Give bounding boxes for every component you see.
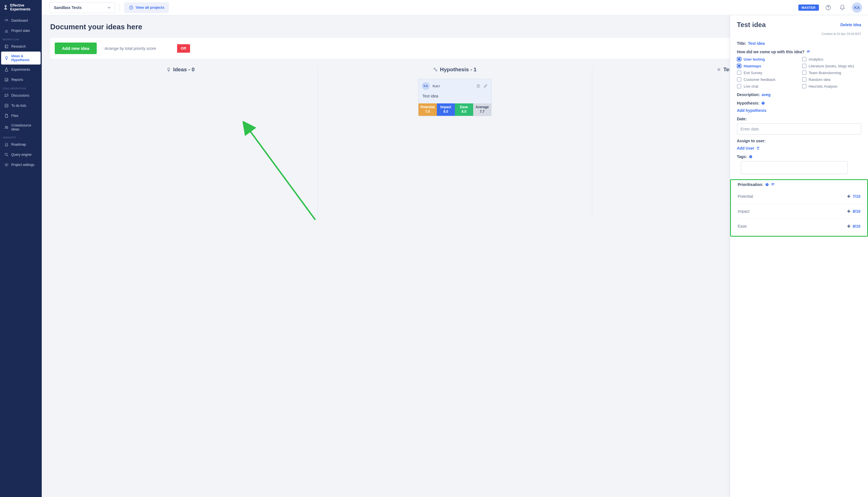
nav-section-label: COLLABORATION (0, 85, 42, 90)
assign-label: Assign to user: (737, 139, 766, 143)
tags-input[interactable] (741, 161, 848, 174)
origin-label: How did we come up with this idea? (737, 49, 804, 54)
arrange-toggle[interactable]: Off (164, 44, 190, 53)
sidebar-item-settings[interactable]: Project settings (1, 160, 41, 170)
prio-value[interactable]: ✚8/10 (847, 224, 860, 228)
checkbox-label: Exit Survey (744, 71, 762, 75)
card-avatar: KA (422, 82, 430, 90)
prio-value[interactable]: ✚7/10 (847, 194, 860, 199)
view-all-projects-label: View all projects (136, 5, 164, 10)
column-divider (592, 67, 592, 219)
origin-checkbox[interactable]: Random idea (802, 77, 862, 82)
sidebar-item-files[interactable]: Files (1, 111, 41, 121)
idea-card[interactable]: KAKeriTest ideaPotential7.0Impact8.0Ease… (418, 79, 492, 116)
sidebar-item-ideas-hypothesis[interactable]: Ideas & Hypothesis (1, 52, 41, 65)
sidebar-item-query[interactable]: Query engine (1, 150, 41, 160)
refresh-icon[interactable] (771, 183, 775, 186)
add-user-link[interactable]: Add User (737, 146, 760, 151)
idea-detail-panel: Test idea Delete Idea Created at 01 Apr … (730, 15, 868, 497)
user-avatar[interactable]: KA (852, 2, 862, 13)
score-average: Average7.7 (473, 103, 492, 116)
column-title: Ideas - 0 (173, 67, 195, 73)
checkbox-label: Live chat (744, 84, 758, 88)
sidebar-item-label: To do lists (11, 104, 26, 108)
sidebar: Effective Experiments DashboardProject s… (0, 0, 42, 497)
created-at: Created at 01 Apr 20:44 BST (730, 32, 868, 37)
sidebar-item-crowdsource[interactable]: Crowdsource ideas (1, 121, 41, 134)
description-value[interactable]: aveg (762, 93, 771, 97)
delete-idea-link[interactable]: Delete Idea (840, 23, 861, 27)
sidebar-item-label: Files (11, 114, 18, 118)
chart-icon (4, 28, 9, 33)
help-icon[interactable]: ? (765, 183, 769, 186)
gear-icon (4, 162, 9, 167)
sidebar-item-experiments[interactable]: Experiments (1, 65, 41, 75)
checkbox-label: Analytics (809, 57, 824, 61)
checkbox-label: User testing (744, 57, 765, 61)
card-scores: Potential7.0Impact8.0Ease8.0Average7.7 (418, 103, 491, 116)
date-input[interactable] (737, 124, 861, 135)
checkbox-label: Customer feedback (744, 77, 775, 82)
origin-checkbox[interactable]: Live chat (737, 84, 796, 88)
svg-rect-3 (5, 104, 8, 107)
board-column-ideas: Ideas - 0 (50, 67, 311, 219)
sidebar-item-label: Project stats (11, 29, 30, 33)
prioritisation-row: Potential✚7/10 (731, 189, 867, 204)
prio-name: Ease (738, 224, 747, 228)
help-icon[interactable] (824, 3, 833, 12)
help-icon[interactable]: ? (749, 155, 753, 159)
prio-name: Impact (738, 209, 749, 214)
sidebar-item-discussions[interactable]: Discussions (1, 90, 41, 101)
brand-icon (3, 4, 9, 10)
view-all-projects-button[interactable]: View all projects (124, 2, 169, 13)
origin-checkbox[interactable]: Team Brainstorming (802, 70, 862, 75)
sidebar-item-project-stats[interactable]: Project stats (1, 26, 41, 36)
checkbox-label: Team Brainstorming (809, 71, 841, 75)
checkbox-label: Random idea (809, 77, 830, 82)
help-icon[interactable]: ? (761, 101, 765, 105)
svg-point-7 (6, 164, 7, 166)
lock-icon[interactable] (476, 84, 481, 88)
project-select[interactable]: Sandbox Tests (50, 2, 115, 13)
nav-section-label: WORKFLOW (0, 36, 42, 41)
title-value[interactable]: Test idea (748, 41, 765, 46)
sidebar-item-roadmap[interactable]: Roadmap (1, 140, 41, 150)
origin-checkbox[interactable]: User testing (737, 57, 796, 61)
origin-checkbox[interactable]: Exit Survey (737, 70, 796, 75)
plus-icon: ✚ (847, 209, 851, 214)
description-label: Description: (737, 93, 760, 97)
origin-checkbox[interactable]: Analytics (802, 57, 862, 61)
hypothesis-label: Hypothesis: (737, 101, 759, 105)
project-select-value: Sandbox Tests (54, 5, 82, 10)
score-impact: Impact8.0 (437, 103, 455, 116)
sidebar-item-reports[interactable]: Reports (1, 75, 41, 85)
add-new-idea-button[interactable]: Add new idea (55, 43, 97, 54)
sidebar-item-label: Crowdsource ideas (11, 124, 38, 131)
search-icon (4, 152, 9, 157)
origin-checkbox[interactable]: Heatmaps (737, 64, 796, 68)
checkbox-box (802, 84, 807, 88)
master-badge[interactable]: MASTER (798, 4, 819, 11)
chat-icon (4, 93, 9, 98)
trash-icon[interactable] (756, 146, 760, 150)
column-header: Ideas - 0 (50, 67, 311, 73)
date-label: Date: (737, 117, 747, 121)
origin-checkbox[interactable]: Heuristic Analysis (802, 84, 862, 88)
refresh-icon[interactable] (806, 50, 810, 54)
checkbox-label: Heatmaps (744, 64, 761, 68)
score-potential: Potential7.0 (418, 103, 437, 116)
prioritisation-row: Impact✚8/10 (731, 204, 867, 219)
sidebar-item-dashboard[interactable]: Dashboard (1, 15, 41, 26)
bell-icon[interactable] (838, 3, 847, 12)
origin-checkbox[interactable]: Literature (books, blogs etc) (802, 64, 862, 68)
detail-header: Test idea (737, 21, 766, 29)
add-hypothesis-link[interactable]: Add hypothesis (737, 108, 767, 113)
svg-point-12 (718, 69, 719, 70)
sidebar-item-todo[interactable]: To do lists (1, 101, 41, 111)
check-icon (4, 103, 9, 108)
sidebar-item-research[interactable]: Research (1, 41, 41, 52)
prio-value[interactable]: ✚8/10 (847, 209, 860, 214)
checkbox-box (802, 70, 807, 75)
pencil-icon[interactable] (483, 84, 488, 88)
origin-checkbox[interactable]: Customer feedback (737, 77, 796, 82)
